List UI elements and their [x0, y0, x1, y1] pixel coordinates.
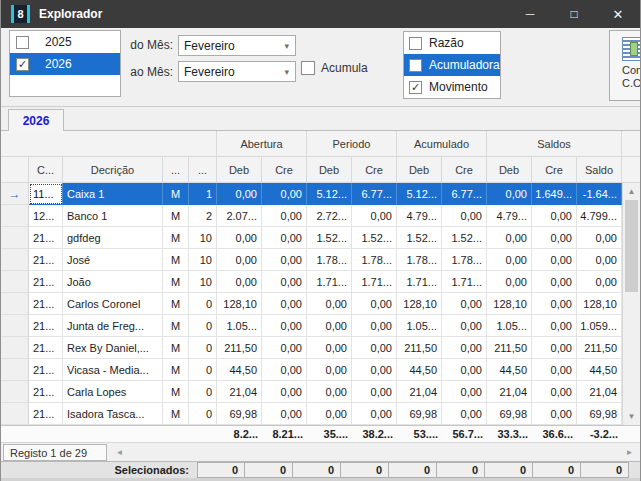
cell-value[interactable]: 0,00 [577, 249, 622, 271]
table-row[interactable]: 12...Banco 1M22.07...0,002.72...0,004.79… [1, 205, 640, 227]
cell-value[interactable]: 1.78... [352, 249, 397, 271]
cell-value[interactable]: 0,00 [352, 359, 397, 381]
table-row[interactable]: →11...Caixa 1M10,000,005.12...6.77...5.1… [1, 183, 640, 205]
cell-value[interactable]: 0,00 [532, 381, 577, 403]
column-header-cre-acumulado[interactable]: Cre [442, 157, 487, 183]
cell-descricao[interactable]: Junta de Freg... [63, 315, 163, 337]
cell-value[interactable]: 1.52... [307, 227, 352, 249]
cell-value[interactable]: 0,00 [307, 359, 352, 381]
cell-value[interactable]: 1.649... [532, 183, 577, 205]
cell-value[interactable]: 1.78... [442, 249, 487, 271]
cell-value[interactable]: 2.07... [217, 205, 262, 227]
cell-value[interactable]: 0,00 [352, 381, 397, 403]
cell-value[interactable]: 0,00 [442, 359, 487, 381]
cell-value[interactable]: 1.52... [352, 227, 397, 249]
from-month-combo[interactable]: Fevereiro ▾ [178, 35, 296, 56]
cell-value[interactable]: 0,00 [487, 183, 532, 205]
checkbox-icon[interactable] [409, 59, 422, 72]
cell-value[interactable]: 0,00 [262, 381, 307, 403]
cell-code[interactable]: 21... [29, 227, 63, 249]
column-header-saldo[interactable]: Saldo [577, 157, 622, 183]
cell-value[interactable]: 0,00 [532, 359, 577, 381]
cell-value[interactable]: 0,00 [352, 403, 397, 425]
cell-value[interactable]: 0,00 [442, 381, 487, 403]
cell-value[interactable]: 4.79... [397, 205, 442, 227]
cell-value[interactable]: 0,00 [577, 271, 622, 293]
type-item-movimento[interactable]: ✓ Movimento [404, 76, 500, 98]
cell-n[interactable]: 0 [189, 359, 217, 381]
cell-descricao[interactable]: José [63, 249, 163, 271]
cell-value[interactable]: 0,00 [442, 293, 487, 315]
minimize-button[interactable]: ─ [508, 0, 552, 28]
cell-value[interactable]: 0,00 [307, 403, 352, 425]
cell-m[interactable]: M [163, 315, 189, 337]
cell-value[interactable]: 0,00 [262, 205, 307, 227]
cell-code[interactable]: 21... [29, 359, 63, 381]
table-row[interactable]: 21...Isadora Tasca...M069,980,000,000,00… [1, 403, 640, 425]
cell-m[interactable]: M [163, 271, 189, 293]
cell-value[interactable]: 1.71... [397, 271, 442, 293]
cell-m[interactable]: M [163, 183, 189, 205]
cell-value[interactable]: 0,00 [352, 337, 397, 359]
cell-value[interactable]: 0,00 [442, 337, 487, 359]
cell-value[interactable]: 1.78... [307, 249, 352, 271]
cell-value[interactable]: 1.05... [487, 315, 532, 337]
cell-value[interactable]: 0,00 [352, 293, 397, 315]
checkbox-icon[interactable] [16, 36, 29, 49]
group-header-abertura[interactable]: Abertura [217, 131, 307, 157]
year-item-2026[interactable]: ✓ 2026 [10, 53, 120, 75]
scroll-left-icon[interactable]: ◄ [111, 444, 128, 461]
cell-value[interactable]: 128,10 [577, 293, 622, 315]
cell-value[interactable]: 69,98 [397, 403, 442, 425]
close-button[interactable]: ✕ [596, 0, 640, 28]
cell-value[interactable]: 1.71... [442, 271, 487, 293]
cell-code[interactable]: 21... [29, 381, 63, 403]
cell-descricao[interactable]: Isadora Tasca... [63, 403, 163, 425]
cell-value[interactable]: 0,00 [262, 315, 307, 337]
type-item-acumuladora[interactable]: Acumuladora [404, 54, 500, 76]
cell-code[interactable]: 12... [29, 205, 63, 227]
scrollbar-thumb[interactable] [625, 200, 638, 292]
cell-value[interactable]: 1.71... [352, 271, 397, 293]
cell-value[interactable]: 0,00 [217, 227, 262, 249]
cell-value[interactable]: 69,98 [487, 403, 532, 425]
cell-value[interactable]: 0,00 [487, 271, 532, 293]
cell-value[interactable]: 0,00 [487, 227, 532, 249]
cell-code[interactable]: 21... [29, 293, 63, 315]
cell-value[interactable]: 0,00 [487, 249, 532, 271]
table-row[interactable]: 21...JoséM100,000,001.78...1.78...1.78..… [1, 249, 640, 271]
cell-value[interactable]: 0,00 [442, 403, 487, 425]
checkbox-icon[interactable] [301, 61, 315, 75]
checkbox-checked-icon[interactable]: ✓ [16, 58, 29, 71]
cell-value[interactable]: 5.12... [397, 183, 442, 205]
cell-value[interactable]: 21,04 [577, 381, 622, 403]
cell-value[interactable]: 0,00 [532, 271, 577, 293]
cell-code[interactable]: 21... [29, 403, 63, 425]
cell-value[interactable]: 0,00 [532, 249, 577, 271]
cell-m[interactable]: M [163, 205, 189, 227]
maximize-button[interactable]: □ [552, 0, 596, 28]
type-item-razao[interactable]: Razão [404, 32, 500, 54]
to-month-combo[interactable]: Fevereiro ▾ [178, 61, 296, 82]
cell-value[interactable]: 1.05... [217, 315, 262, 337]
cell-value[interactable]: 44,50 [577, 359, 622, 381]
cell-n[interactable]: 10 [189, 249, 217, 271]
cell-value[interactable]: 1.52... [442, 227, 487, 249]
table-row[interactable]: 21...Rex By Daniel,...M0211,500,000,000,… [1, 337, 640, 359]
cell-value[interactable]: -1.64... [577, 183, 622, 205]
column-header-deb-acumulado[interactable]: Deb [397, 157, 442, 183]
cell-code[interactable]: 11... [29, 183, 63, 205]
table-row[interactable]: 21...Carla LopesM021,040,000,000,0021,04… [1, 381, 640, 403]
cell-code[interactable]: 21... [29, 315, 63, 337]
cell-value[interactable]: 0,00 [352, 315, 397, 337]
cell-value[interactable]: 21,04 [397, 381, 442, 403]
cell-m[interactable]: M [163, 359, 189, 381]
group-header-acumulado[interactable]: Acumulado [397, 131, 487, 157]
table-row[interactable]: 21...Vicasa - Media...M044,500,000,000,0… [1, 359, 640, 381]
chevron-down-icon[interactable]: ▾ [284, 41, 289, 51]
cell-value[interactable]: 0,00 [307, 337, 352, 359]
scroll-down-icon[interactable]: ▼ [623, 408, 640, 425]
cell-n[interactable]: 0 [189, 337, 217, 359]
horizontal-scrollbar[interactable]: Registo 1 de 29 ◄ ► [1, 442, 640, 461]
cell-value[interactable]: 0,00 [307, 381, 352, 403]
